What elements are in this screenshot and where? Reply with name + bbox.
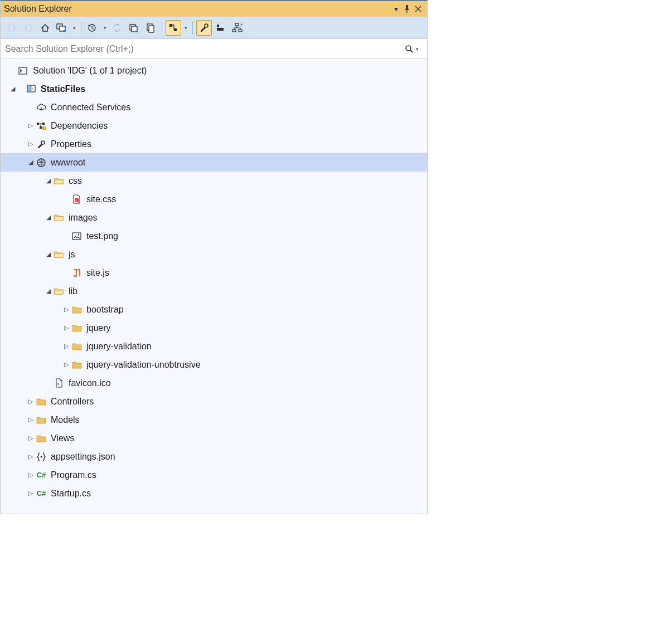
svg-rect-23 xyxy=(42,123,45,125)
appsettings-label: appsettings.json xyxy=(51,451,115,462)
site-css-node[interactable]: ▶ A site.css xyxy=(1,190,427,208)
bootstrap-folder-node[interactable]: ▷ bootstrap xyxy=(1,300,427,319)
wwwroot-node[interactable]: ◢ wwwroot xyxy=(1,153,427,172)
expander-icon[interactable]: ◢ xyxy=(44,213,53,222)
expander-icon[interactable]: ▷ xyxy=(26,397,35,406)
dependencies-icon: ! xyxy=(35,120,47,131)
project-node[interactable]: ◢ StaticFiles xyxy=(1,80,427,98)
svg-point-18 xyxy=(406,46,411,51)
show-all-files-button[interactable] xyxy=(143,20,158,36)
folder-icon xyxy=(35,414,47,426)
controllers-folder-node[interactable]: ▷ Controllers xyxy=(1,392,427,411)
solution-explorer-panel: Solution Explorer ▾ ▾ ▾ xyxy=(0,0,428,514)
search-input[interactable] xyxy=(5,44,404,54)
search-icon[interactable] xyxy=(404,43,415,55)
expander-icon[interactable]: ◢ xyxy=(44,177,53,186)
expander-icon[interactable]: ▷ xyxy=(26,471,35,480)
css-folder-node[interactable]: ◢ css xyxy=(1,172,427,190)
expander-icon[interactable]: ▷ xyxy=(26,489,35,498)
wwwroot-label: wwwroot xyxy=(51,157,85,168)
images-folder-node[interactable]: ◢ images xyxy=(1,208,427,227)
expander-icon[interactable]: ▷ xyxy=(62,324,71,333)
expander-icon[interactable]: ▷ xyxy=(26,452,35,461)
js-folder-node[interactable]: ◢ js xyxy=(1,245,427,264)
css-file-icon: A xyxy=(71,194,83,205)
search-bar: ▾ xyxy=(1,39,427,59)
expander-icon[interactable]: ▷ xyxy=(26,416,35,425)
web-project-icon xyxy=(25,84,37,95)
back-button[interactable] xyxy=(4,20,20,36)
lib-folder-node[interactable]: ◢ lib xyxy=(1,282,427,300)
switch-views-button[interactable] xyxy=(54,20,70,36)
properties-label: Properties xyxy=(51,139,91,149)
project-label: StaticFiles xyxy=(41,84,85,94)
folder-icon xyxy=(71,323,83,334)
appsettings-node[interactable]: ▷ appsettings.json xyxy=(1,447,427,466)
svg-text:!: ! xyxy=(43,126,43,130)
folder-icon xyxy=(35,433,47,444)
solution-label: Solution 'IDG' (1 of 1 project) xyxy=(33,65,147,76)
pending-changes-filter-button[interactable] xyxy=(85,20,100,36)
view-class-diagram-button[interactable]: + xyxy=(230,20,245,36)
models-folder-node[interactable]: ▷ Models xyxy=(1,411,427,429)
startup-cs-label: Startup.cs xyxy=(51,488,91,499)
folder-icon xyxy=(35,396,47,407)
expander-icon[interactable]: ▷ xyxy=(62,342,71,351)
expander-icon[interactable]: ▷ xyxy=(26,140,35,149)
expander-icon[interactable]: ◢ xyxy=(26,158,35,167)
svg-rect-15 xyxy=(232,30,236,32)
favicon-node[interactable]: ▶ favicon.ico xyxy=(1,374,427,392)
views-folder-node[interactable]: ▷ Views xyxy=(1,429,427,447)
pending-changes-dropdown[interactable]: ▾ xyxy=(101,25,108,31)
svg-point-1 xyxy=(24,23,33,32)
expander-icon[interactable]: ◢ xyxy=(8,85,17,94)
connected-services-node[interactable]: ▶ Connected Services xyxy=(1,98,427,116)
sync-button[interactable] xyxy=(109,20,125,36)
close-button[interactable] xyxy=(413,3,424,14)
expander-icon[interactable]: ▷ xyxy=(26,434,35,443)
window-dropdown-button[interactable]: ▾ xyxy=(390,3,401,14)
expander-icon[interactable]: ▷ xyxy=(26,121,35,130)
expander-icon[interactable]: ▷ xyxy=(62,305,71,314)
pin-button[interactable] xyxy=(401,3,413,14)
dependencies-node[interactable]: ▷ ! Dependencies xyxy=(1,116,427,135)
nesting-button[interactable] xyxy=(166,20,181,36)
test-png-label: test.png xyxy=(86,231,118,241)
svg-rect-9 xyxy=(169,24,172,27)
startup-cs-node[interactable]: ▷ C# Startup.cs xyxy=(1,484,427,502)
folder-icon xyxy=(71,359,83,370)
solution-node[interactable]: ▶ Solution 'IDG' (1 of 1 project) xyxy=(1,61,427,80)
favicon-label: favicon.ico xyxy=(69,378,111,388)
separator-icon xyxy=(162,21,162,35)
properties-button[interactable] xyxy=(196,20,212,36)
svg-rect-24 xyxy=(40,126,42,129)
properties-node[interactable]: ▷ Properties xyxy=(1,135,427,153)
home-button[interactable] xyxy=(37,20,53,36)
search-dropdown[interactable]: ▾ xyxy=(416,46,423,52)
svg-rect-13 xyxy=(217,25,219,27)
program-cs-label: Program.cs xyxy=(51,470,96,480)
csharp-file-icon: C# xyxy=(35,470,47,481)
test-png-node[interactable]: ▶ test.png xyxy=(1,227,427,245)
jquery-validation-unobtrusive-folder-node[interactable]: ▷ jquery-validation-unobtrusive xyxy=(1,355,427,374)
controllers-label: Controllers xyxy=(51,396,94,407)
folder-open-icon xyxy=(53,249,65,260)
preview-button[interactable] xyxy=(213,20,229,36)
svg-rect-22 xyxy=(37,123,39,125)
program-cs-node[interactable]: ▷ C# Program.cs xyxy=(1,466,427,484)
expander-icon[interactable]: ▷ xyxy=(62,360,71,369)
expander-icon[interactable]: ◢ xyxy=(44,250,53,259)
nesting-dropdown[interactable]: ▾ xyxy=(182,25,189,31)
expander-icon[interactable]: ◢ xyxy=(44,287,53,296)
switch-views-dropdown[interactable]: ▾ xyxy=(71,25,77,31)
svg-rect-14 xyxy=(235,23,239,26)
jquery-validation-folder-node[interactable]: ▷ jquery-validation xyxy=(1,337,427,355)
json-file-icon xyxy=(35,451,47,462)
site-css-label: site.css xyxy=(86,194,116,204)
models-label: Models xyxy=(51,414,80,425)
collapse-all-button[interactable] xyxy=(126,20,142,36)
site-js-node[interactable]: ▶ site.js xyxy=(1,264,427,282)
folder-open-icon xyxy=(53,212,65,223)
forward-button[interactable] xyxy=(21,20,36,36)
jquery-folder-node[interactable]: ▷ jquery xyxy=(1,319,427,337)
